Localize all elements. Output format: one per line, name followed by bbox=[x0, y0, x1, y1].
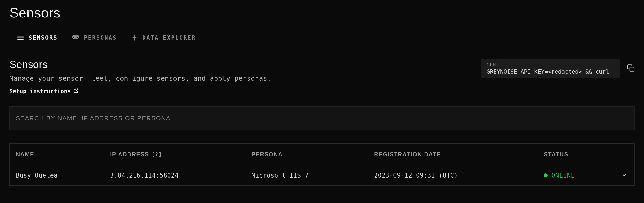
col-name: NAME bbox=[16, 151, 110, 158]
external-link-icon bbox=[74, 88, 79, 95]
sensors-icon bbox=[16, 34, 24, 42]
svg-rect-5 bbox=[630, 67, 634, 71]
mask-icon bbox=[72, 35, 80, 41]
cell-status: ONLINE bbox=[544, 172, 609, 179]
tab-data-explorer[interactable]: DATA EXPLORER bbox=[131, 30, 196, 47]
tab-bar: SENSORS PERSONAS DATA EXPLORER bbox=[0, 30, 644, 47]
table-header: NAME IP ADDRESS [?] PERSONA REGISTRATION… bbox=[10, 143, 634, 165]
tab-label: SENSORS bbox=[29, 35, 58, 41]
copy-icon bbox=[627, 68, 634, 73]
compass-icon bbox=[131, 34, 138, 41]
cell-persona: Microsoft IIS 7 bbox=[252, 172, 374, 179]
cell-name: Busy Quelea bbox=[16, 172, 110, 179]
status-label: ONLINE bbox=[551, 172, 575, 179]
chevron-down-icon bbox=[621, 172, 627, 179]
sensors-table: NAME IP ADDRESS [?] PERSONA REGISTRATION… bbox=[10, 143, 634, 186]
curl-command: GREYNOISE_API_KEY=<redacted> && curl - bbox=[486, 68, 615, 75]
search-input[interactable] bbox=[16, 115, 628, 122]
tab-sensors[interactable]: SENSORS bbox=[16, 30, 58, 47]
section-description: Manage your sensor fleet, configure sens… bbox=[10, 75, 271, 82]
copy-button[interactable] bbox=[627, 64, 634, 73]
section-heading: Sensors bbox=[10, 59, 271, 70]
col-ip-label: IP ADDRESS bbox=[110, 151, 149, 158]
setup-link-label: Setup instructions bbox=[10, 88, 71, 95]
table-row[interactable]: Busy Quelea 3.84.216.114:58024 Microsoft… bbox=[10, 165, 634, 185]
page-title: Sensors bbox=[10, 5, 634, 21]
setup-instructions-link[interactable]: Setup instructions bbox=[10, 88, 79, 96]
curl-snippet: CURL GREYNOISE_API_KEY=<redacted> && cur… bbox=[481, 59, 620, 78]
curl-label: CURL bbox=[486, 62, 615, 68]
status-dot-icon bbox=[544, 173, 548, 177]
col-ip: IP ADDRESS [?] bbox=[110, 151, 252, 158]
svg-marker-3 bbox=[131, 35, 138, 41]
col-persona: PERSONA bbox=[252, 151, 374, 158]
expand-row-button[interactable] bbox=[609, 172, 628, 179]
col-status: STATUS bbox=[544, 151, 609, 158]
tab-personas[interactable]: PERSONAS bbox=[72, 30, 117, 47]
cell-registration-date: 2023-09-12 09:31 (UTC) bbox=[374, 172, 544, 179]
tab-label: DATA EXPLORER bbox=[142, 35, 196, 41]
svg-line-4 bbox=[76, 89, 78, 91]
col-registration-date: REGISTRATION DATE bbox=[374, 151, 544, 158]
cell-ip: 3.84.216.114:58024 bbox=[110, 172, 252, 179]
ip-help-icon[interactable]: [?] bbox=[151, 151, 162, 157]
tab-label: PERSONAS bbox=[84, 35, 117, 41]
search-box[interactable] bbox=[10, 106, 634, 130]
